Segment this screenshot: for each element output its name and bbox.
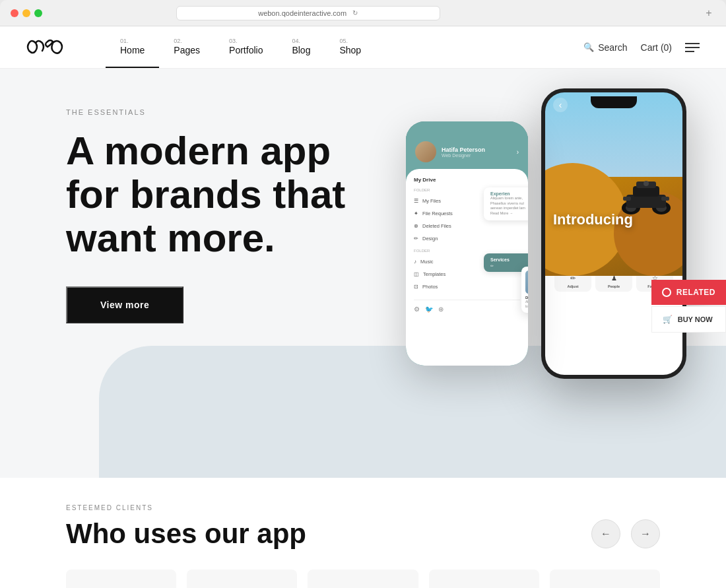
nav-right: 🔍 Search Cart (0) bbox=[583, 26, 700, 68]
templates-label: Templates bbox=[423, 271, 446, 277]
share-icon: ⊛ bbox=[438, 306, 444, 313]
related-circle-icon bbox=[662, 288, 671, 297]
phone1-menu-design: ✏ Design bbox=[414, 232, 520, 245]
overlay-card-text: Aliquamlorem ant... bbox=[525, 300, 528, 309]
hero-title-line3: want more. bbox=[66, 216, 275, 260]
clients-title: Who uses our app bbox=[66, 518, 306, 550]
hamburger-line-2 bbox=[685, 47, 700, 48]
requests-label: File Requests bbox=[422, 211, 453, 216]
minimize-button[interactable] bbox=[22, 9, 30, 17]
hero-title-line2: for brands that bbox=[66, 172, 345, 216]
hamburger-line-1 bbox=[685, 43, 700, 44]
client-logo-2 bbox=[187, 570, 297, 588]
site-logo[interactable] bbox=[26, 26, 66, 68]
deleted-icon: ⊗ bbox=[414, 223, 418, 229]
svg-rect-8 bbox=[661, 197, 669, 201]
requests-icon: ✦ bbox=[414, 211, 418, 216]
client-logo-4 bbox=[429, 570, 539, 588]
services-label: Services bbox=[490, 257, 527, 262]
adjust-label: Adjust bbox=[567, 284, 578, 288]
client-logo-5 bbox=[550, 570, 660, 588]
related-label: RELATED bbox=[676, 288, 715, 297]
hamburger-menu[interactable] bbox=[685, 43, 700, 52]
nav-label-home: Home bbox=[120, 45, 145, 55]
experience-text: Aliquam lorem ante,Phasellus viverra nul… bbox=[490, 196, 527, 216]
browser-chrome: webon.qodeinteractive.com ↻ + bbox=[0, 0, 726, 26]
clients-eyebrow: ESTEEMED CLIENTS bbox=[66, 504, 660, 511]
client-logos-row bbox=[66, 570, 660, 588]
phone1-arrow-icon: › bbox=[517, 148, 519, 156]
phone-1-mockup: Hatifa Peterson Web Designer › Experien … bbox=[406, 121, 528, 366]
files-icon: ☰ bbox=[414, 198, 418, 204]
experience-card: Experien Aliquam lorem ante,Phasellus vi… bbox=[484, 187, 528, 220]
experience-label: Experien bbox=[490, 191, 527, 196]
photos-label: Photos bbox=[422, 284, 438, 290]
buy-label: BUY NOW bbox=[678, 315, 713, 323]
clients-section: ESTEEMED CLIENTS Who uses our app ← → bbox=[0, 478, 726, 588]
svg-point-9 bbox=[644, 181, 649, 186]
design-label: Design bbox=[422, 236, 438, 242]
nav-number-home: 01. bbox=[120, 38, 129, 44]
reload-icon[interactable]: ↻ bbox=[352, 9, 358, 16]
design-icon: ✏ bbox=[414, 236, 418, 242]
cart-button[interactable]: Cart (0) bbox=[641, 42, 672, 53]
phone1-bottom-icons: ⚙ 🐦 ⊛ bbox=[414, 300, 520, 313]
main-navigation: 01. Home 02. Pages 03. Portfolio 04. Blo… bbox=[0, 26, 726, 69]
clients-title-row: Who uses our app ← → bbox=[66, 518, 660, 550]
phone1-drive-title: My Drive bbox=[414, 177, 520, 183]
clients-next-button[interactable]: → bbox=[631, 519, 660, 548]
close-button[interactable] bbox=[11, 9, 18, 17]
next-arrow-icon: → bbox=[640, 528, 651, 540]
hero-section: THE ESSENTIALS A modern app for brands t… bbox=[0, 69, 726, 478]
svg-rect-7 bbox=[623, 197, 631, 201]
templates-icon: ◫ bbox=[414, 271, 419, 277]
hamburger-line-3 bbox=[685, 51, 694, 52]
client-logo-3 bbox=[308, 570, 418, 588]
nav-item-home[interactable]: 01. Home bbox=[106, 26, 159, 68]
clients-navigation: ← → bbox=[591, 519, 660, 548]
hero-cta-button[interactable]: View more bbox=[66, 286, 183, 323]
nav-item-blog[interactable]: 04. Blog bbox=[277, 26, 325, 68]
buy-now-button[interactable]: 🛒 BUY NOW bbox=[651, 306, 726, 333]
search-label: Search bbox=[598, 42, 627, 53]
new-tab-button[interactable]: + bbox=[702, 7, 715, 20]
search-button[interactable]: 🔍 Search bbox=[583, 42, 627, 53]
nav-number-pages: 02. bbox=[174, 38, 182, 44]
phone1-screen: Hatifa Peterson Web Designer › Experien … bbox=[406, 121, 528, 366]
phone-2-mockup: ‹ Introducing The App Aliquam lorem ante… bbox=[541, 88, 686, 379]
nav-item-portfolio[interactable]: 03. Portfolio bbox=[214, 26, 277, 68]
nav-item-shop[interactable]: 05. Shop bbox=[325, 26, 376, 68]
url-bar[interactable]: webon.qodeinteractive.com ↻ bbox=[176, 6, 440, 20]
nav-label-blog: Blog bbox=[292, 45, 310, 55]
photos-icon: ⊡ bbox=[414, 284, 418, 290]
phone2-navigation: ‹ bbox=[553, 98, 675, 112]
nav-number-shop: 05. bbox=[339, 38, 348, 44]
hero-title: A modern app for brands that want more. bbox=[66, 129, 370, 260]
phone1-menu-deleted: ⊗ Deleted Files bbox=[414, 220, 520, 232]
related-button[interactable]: RELATED bbox=[651, 280, 726, 305]
nav-item-pages[interactable]: 02. Pages bbox=[159, 26, 214, 68]
clients-prev-button[interactable]: ← bbox=[591, 519, 620, 548]
phone1-avatar bbox=[415, 141, 436, 162]
url-text: webon.qodeinteractive.com bbox=[258, 9, 346, 17]
files-label: My Files bbox=[422, 198, 441, 204]
phone2-back-arrow: ‹ bbox=[553, 98, 568, 112]
maximize-button[interactable] bbox=[34, 9, 42, 17]
phone1-overlay-card: De... Aliquamlorem ant... bbox=[521, 267, 528, 313]
phone1-role: Web Designer bbox=[442, 153, 512, 158]
people-label: People bbox=[608, 284, 620, 288]
introducing-overlay: Introducing bbox=[553, 211, 633, 228]
nav-label-portfolio: Portfolio bbox=[229, 45, 263, 55]
phone-mockups: Hatifa Peterson Web Designer › Experien … bbox=[406, 88, 686, 379]
music-icon: ♪ bbox=[414, 259, 416, 265]
phone1-username: Hatifa Peterson bbox=[442, 147, 512, 153]
phone1-section2: Folder bbox=[414, 249, 520, 253]
traffic-lights bbox=[11, 9, 42, 17]
phone1-menu-photos: ⊡ Photos bbox=[414, 280, 520, 293]
nav-links: 01. Home 02. Pages 03. Portfolio 04. Blo… bbox=[106, 26, 376, 68]
cart-icon: 🛒 bbox=[663, 315, 673, 324]
twitter-icon: 🐦 bbox=[425, 306, 433, 313]
prev-arrow-icon: ← bbox=[601, 528, 611, 540]
hero-title-line1: A modern app bbox=[66, 129, 331, 173]
phone1-header: Hatifa Peterson Web Designer › bbox=[406, 121, 528, 169]
